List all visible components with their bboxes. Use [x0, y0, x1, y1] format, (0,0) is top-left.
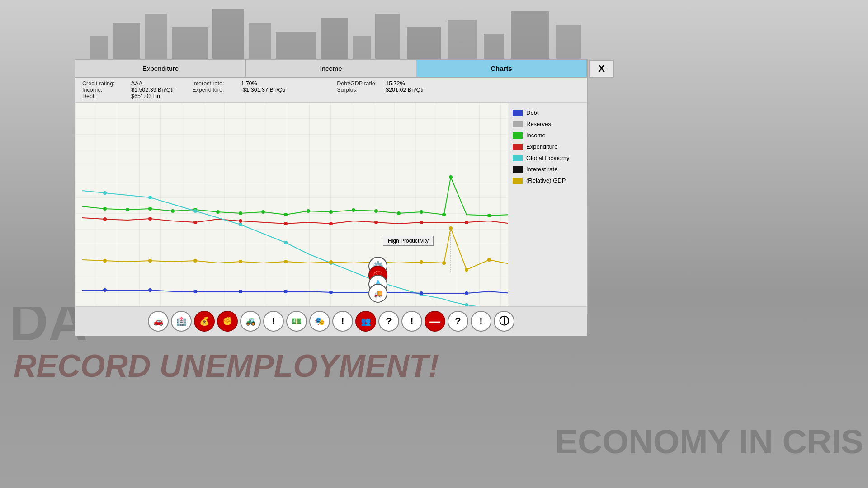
svg-point-72: [465, 268, 468, 272]
legend-label-relative-gdp: (Relative) GDP: [526, 177, 566, 184]
event-culture[interactable]: 🎭: [309, 311, 330, 332]
svg-point-44: [374, 221, 378, 224]
svg-point-40: [193, 221, 197, 224]
tab-expenditure[interactable]: Expenditure: [75, 60, 246, 77]
svg-point-82: [284, 290, 288, 293]
events-bar: 🚗 🏥 💰 ✊ 🚜 ! 💵 🎭 ! 👥 ? ! — ? ! ⓘ: [75, 306, 587, 336]
event-alert4[interactable]: !: [471, 311, 491, 332]
svg-point-32: [449, 175, 453, 179]
interest-rate-label: Interest rate:: [192, 80, 237, 87]
svg-point-78: [103, 288, 107, 292]
event-health[interactable]: 🏥: [171, 311, 192, 332]
legend-label-global-economy: Global Economy: [526, 155, 569, 161]
tab-income[interactable]: Income: [246, 60, 416, 77]
svg-point-67: [329, 260, 333, 264]
event-alert3[interactable]: !: [401, 311, 422, 332]
svg-point-30: [420, 210, 423, 214]
svg-point-52: [193, 209, 197, 213]
svg-point-62: [103, 259, 107, 263]
stats-group-left: Credit rating: AAA Income: $1,502.39 Bn/…: [82, 80, 174, 99]
svg-point-64: [193, 259, 197, 263]
svg-point-53: [239, 223, 242, 226]
event-money[interactable]: 💵: [286, 311, 307, 332]
legend-debt: Debt: [513, 109, 582, 116]
svg-point-73: [487, 258, 491, 262]
main-dialog: Expenditure Income Charts X Credit ratin…: [75, 59, 588, 314]
svg-point-69: [420, 260, 423, 264]
stats-bar: Credit rating: AAA Income: $1,502.39 Bn/…: [75, 78, 587, 103]
svg-point-38: [103, 217, 107, 221]
svg-point-79: [148, 288, 152, 292]
chart-area: High Productivity ⚙️ 🚫 💧 🚚 Debt: [75, 103, 587, 306]
svg-point-19: [171, 209, 175, 213]
debt-value: $651.03 Bn: [131, 93, 160, 99]
tab-bar: Expenditure Income Charts X: [75, 60, 587, 78]
event-info[interactable]: ⓘ: [494, 311, 514, 332]
credit-rating-value: AAA: [131, 80, 142, 87]
svg-point-26: [329, 210, 333, 214]
stats-group-middle: Interest rate: 1.70% Expenditure: -$1,30…: [192, 80, 319, 99]
event-alert2[interactable]: !: [332, 311, 353, 332]
svg-point-63: [148, 259, 152, 263]
legend-color-interest-rate: [513, 166, 523, 173]
chart-svg: [75, 103, 508, 306]
svg-point-83: [329, 291, 333, 294]
chart-canvas: High Productivity ⚙️ 🚫 💧 🚚: [75, 103, 508, 306]
legend-label-interest-rate: Interest rate: [526, 166, 557, 173]
legend-color-relative-gdp: [513, 178, 523, 184]
svg-point-43: [329, 222, 333, 225]
debt-gdp-value: 15.72%: [386, 80, 405, 87]
legend-label-reserves: Reserves: [526, 121, 551, 127]
svg-point-85: [420, 291, 423, 295]
surplus-value: $201.02 Bn/Qtr: [386, 87, 424, 93]
legend-color-reserves: [513, 121, 523, 127]
debt-label: Debt:: [82, 93, 127, 99]
legend-label-income: Income: [526, 132, 546, 139]
svg-point-18: [148, 207, 152, 211]
event-finance[interactable]: 💰: [194, 311, 215, 332]
legend-color-income: [513, 132, 523, 139]
event-question1[interactable]: ?: [378, 311, 399, 332]
svg-point-80: [193, 290, 197, 293]
svg-point-45: [420, 221, 423, 224]
expenditure-value: -$1,301.37 Bn/Qtr: [241, 87, 286, 93]
svg-point-25: [307, 209, 310, 213]
svg-point-51: [148, 196, 152, 199]
svg-point-23: [261, 210, 265, 214]
svg-point-86: [465, 291, 468, 295]
event-minus[interactable]: —: [425, 311, 445, 332]
svg-point-39: [148, 217, 152, 221]
tab-charts[interactable]: Charts: [416, 60, 587, 77]
event-question2[interactable]: ?: [448, 311, 468, 332]
svg-point-27: [352, 208, 355, 212]
close-button[interactable]: X: [589, 60, 614, 78]
interest-rate-value: 1.70%: [241, 80, 257, 87]
event-icon-truck[interactable]: 🚚: [368, 284, 387, 303]
svg-point-70: [442, 261, 446, 265]
svg-point-41: [239, 219, 242, 223]
event-agriculture[interactable]: 🚜: [240, 311, 261, 332]
svg-point-17: [126, 208, 129, 211]
legend-label-debt: Debt: [526, 109, 538, 116]
event-mpg[interactable]: 🚗: [148, 311, 169, 332]
svg-point-29: [397, 211, 401, 215]
svg-point-33: [487, 214, 491, 217]
surplus-label: Surplus:: [337, 87, 382, 93]
legend-reserves: Reserves: [513, 121, 582, 127]
event-people[interactable]: 👥: [355, 311, 376, 332]
income-value: $1,502.39 Bn/Qtr: [131, 87, 174, 93]
svg-point-46: [465, 221, 468, 224]
income-label: Income:: [82, 87, 127, 93]
legend-interest-rate: Interest rate: [513, 166, 582, 173]
tooltip-high-productivity: High Productivity: [383, 236, 434, 246]
event-alert1[interactable]: !: [263, 311, 284, 332]
legend-color-global-economy: [513, 155, 523, 161]
credit-rating-label: Credit rating:: [82, 80, 127, 87]
stats-group-right: Debt/GDP ratio: 15.72% Surplus: $201.02 …: [337, 80, 463, 99]
legend-relative-gdp: (Relative) GDP: [513, 177, 582, 184]
svg-point-42: [284, 222, 288, 225]
headline-record: RECORD UNEMPLOYMENT!: [14, 348, 439, 384]
headline-economy: ECONOMY IN CRIS: [555, 422, 863, 461]
svg-point-22: [239, 211, 242, 215]
event-protest[interactable]: ✊: [217, 311, 238, 332]
